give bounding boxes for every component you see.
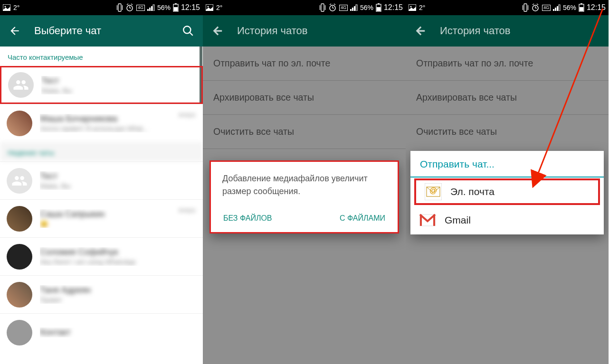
status-battery-pct: 56% bbox=[563, 4, 576, 11]
alarm-icon bbox=[328, 3, 337, 12]
status-time: 12:15 bbox=[587, 3, 606, 12]
avatar bbox=[7, 111, 32, 136]
search-icon[interactable] bbox=[182, 25, 194, 37]
chat-name: Тест bbox=[41, 76, 195, 86]
chat-subtitle: Мама, Вы bbox=[41, 87, 195, 94]
svg-rect-29 bbox=[350, 9, 352, 11]
settings-list: Отправить чат по эл. почте Архивировать … bbox=[203, 47, 406, 364]
back-icon[interactable] bbox=[414, 25, 427, 37]
svg-rect-35 bbox=[377, 7, 381, 11]
share-sheet: Отправить чат... @ Эл. почта Gmail bbox=[410, 151, 604, 234]
status-time: 12:15 bbox=[181, 3, 200, 12]
chat-name: Контакт bbox=[40, 327, 196, 337]
svg-line-28 bbox=[334, 4, 335, 5]
battery-icon bbox=[376, 3, 381, 12]
network-4g-icon: 4G bbox=[339, 5, 348, 11]
svg-line-27 bbox=[330, 4, 331, 5]
svg-line-44 bbox=[533, 4, 534, 5]
chat-time: вчера bbox=[179, 206, 195, 214]
svg-rect-15 bbox=[175, 3, 177, 4]
group-avatar-icon bbox=[7, 168, 32, 194]
settings-item-archive-all[interactable]: Архивировать все чаты bbox=[203, 81, 406, 115]
settings-item-clear-all[interactable]: Очистить все чаты bbox=[203, 115, 406, 149]
without-files-button[interactable]: БЕЗ ФАЙЛОВ bbox=[222, 211, 273, 225]
chat-item[interactable]: ТестМама, Вы bbox=[0, 161, 203, 199]
picture-icon bbox=[409, 4, 416, 11]
battery-icon bbox=[579, 3, 584, 12]
chat-subtitle: Привет bbox=[40, 296, 196, 304]
screen-chat-history-share: 2° 4G 56% 12:15 История чатов Отправить … bbox=[406, 0, 609, 364]
vibrate-icon bbox=[116, 3, 123, 12]
svg-rect-10 bbox=[147, 9, 149, 11]
svg-rect-12 bbox=[151, 6, 152, 11]
status-time: 12:15 bbox=[384, 3, 403, 12]
status-temp: 2° bbox=[419, 4, 425, 11]
settings-list: Отправить чат по эл. почте Архивировать … bbox=[406, 47, 609, 364]
title-bar: История чатов bbox=[406, 15, 609, 47]
svg-rect-32 bbox=[356, 5, 357, 11]
group-avatar-icon bbox=[8, 72, 34, 98]
chat-name: Маша Бочарникова bbox=[40, 114, 196, 124]
chat-list: Часто контактируемые Тест Мама, Вы Маша … bbox=[0, 47, 203, 364]
svg-rect-49 bbox=[559, 5, 560, 11]
vibrate-icon bbox=[522, 3, 529, 12]
chat-subtitle: Hey there! I am using WhatsApp bbox=[40, 258, 196, 266]
chat-subtitle: Мама, Вы bbox=[40, 182, 196, 190]
svg-point-37 bbox=[410, 6, 412, 8]
title-bar: История чатов bbox=[203, 15, 406, 47]
back-icon[interactable] bbox=[211, 25, 224, 37]
avatar bbox=[7, 282, 32, 308]
with-files-button[interactable]: С ФАЙЛАМИ bbox=[339, 211, 386, 225]
chat-time: вчера bbox=[179, 111, 195, 118]
settings-item-email-chat[interactable]: Отправить чат по эл. почте bbox=[203, 47, 406, 81]
svg-rect-58 bbox=[433, 215, 435, 226]
svg-rect-34 bbox=[378, 3, 380, 4]
status-temp: 2° bbox=[216, 4, 222, 11]
chat-subtitle: Хелло привет! Я использую What... bbox=[40, 125, 196, 132]
picture-icon bbox=[3, 4, 10, 11]
svg-line-18 bbox=[190, 32, 193, 36]
chat-item[interactable]: Соломия СофийчукHey there! I am using Wh… bbox=[0, 237, 203, 275]
share-option-gmail[interactable]: Gmail bbox=[410, 206, 604, 234]
chat-item[interactable]: Контакт bbox=[0, 313, 203, 351]
chat-item-highlighted[interactable]: Тест Мама, Вы bbox=[0, 66, 203, 104]
network-4g-icon: 4G bbox=[542, 5, 551, 11]
battery-icon bbox=[173, 3, 179, 12]
chat-name: Саша Сапрыкин bbox=[40, 209, 196, 219]
svg-line-9 bbox=[131, 4, 133, 5]
svg-rect-2 bbox=[118, 4, 121, 11]
page-title: Выберите чат bbox=[34, 25, 182, 37]
signal-icon bbox=[350, 4, 358, 11]
email-app-icon: @ bbox=[425, 183, 442, 200]
avatar bbox=[7, 206, 32, 232]
chat-item[interactable]: Маша Бочарникова Хелло привет! Я использ… bbox=[0, 104, 203, 142]
alarm-icon bbox=[125, 3, 134, 12]
svg-rect-21 bbox=[321, 4, 324, 11]
network-4g-icon: 4G bbox=[136, 5, 145, 11]
page-title: История чатов bbox=[440, 25, 600, 37]
svg-text:@: @ bbox=[429, 187, 437, 195]
back-icon[interactable] bbox=[9, 25, 21, 37]
media-confirm-dialog: Добавление медиафайлов увеличит размер с… bbox=[209, 160, 399, 233]
chat-item[interactable]: Саша Сапрыкин😊 вчера bbox=[0, 199, 203, 237]
status-bar: 2° 4G 56% 12:15 bbox=[0, 0, 203, 15]
svg-point-20 bbox=[208, 6, 209, 8]
status-bar: 2° 4G 56% 12:15 bbox=[406, 0, 609, 15]
avatar bbox=[7, 320, 32, 345]
svg-rect-16 bbox=[174, 7, 178, 11]
vibrate-icon bbox=[319, 3, 326, 12]
svg-point-17 bbox=[183, 26, 190, 33]
settings-item-archive-all[interactable]: Архивировать все чаты bbox=[406, 81, 609, 115]
chat-item[interactable]: Таня АдреянПривет bbox=[0, 275, 203, 313]
chat-name: Соломия Софийчук bbox=[40, 247, 196, 257]
settings-item-clear-all[interactable]: Очистить все чаты bbox=[406, 115, 609, 149]
svg-rect-38 bbox=[524, 4, 527, 11]
svg-rect-13 bbox=[153, 5, 154, 11]
chat-name: Тест bbox=[40, 171, 196, 181]
svg-line-45 bbox=[537, 4, 538, 5]
page-title: История чатов bbox=[237, 25, 397, 37]
share-sheet-title: Отправить чат... bbox=[410, 151, 604, 177]
share-option-email[interactable]: @ Эл. почта bbox=[414, 178, 600, 205]
settings-item-email-chat[interactable]: Отправить чат по эл. почте bbox=[406, 47, 609, 81]
svg-rect-46 bbox=[553, 9, 554, 11]
